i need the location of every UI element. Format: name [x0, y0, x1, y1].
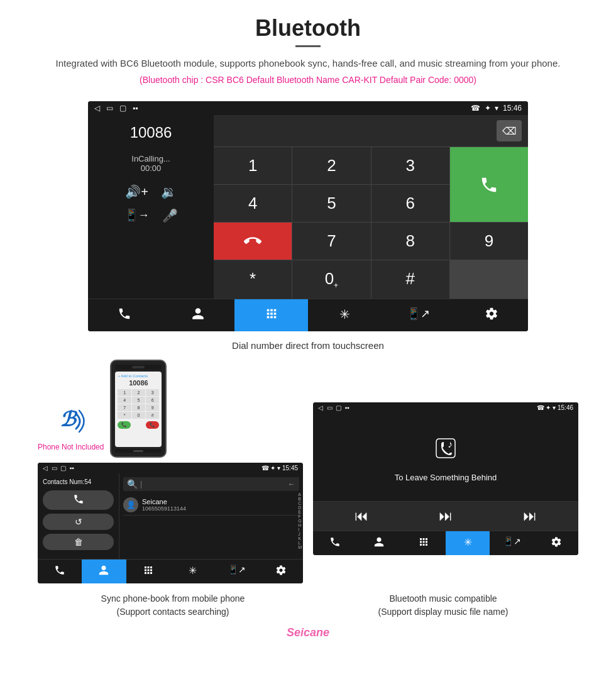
- seicane-watermark: Seicane: [0, 626, 616, 639]
- back-arrow-icon: ←: [288, 480, 295, 488]
- skip-btn[interactable]: ⏭: [523, 508, 537, 524]
- music-caption: Bluetooth music compatible(Support displ…: [308, 588, 578, 622]
- page-description: Integrated with BC6 Bluetooth module, su…: [38, 56, 578, 71]
- bottom-call-transfer[interactable]: [88, 299, 162, 331]
- key-1[interactable]: 1: [214, 147, 292, 184]
- bluetooth-icon-section: ℬ Phone Not Included: [38, 402, 104, 458]
- bottom-phone-transfer[interactable]: 📱↗: [382, 299, 455, 331]
- svg-text:♪: ♪: [448, 439, 453, 450]
- bottom-bluetooth[interactable]: ✳: [308, 299, 382, 331]
- captions-row: Sync phone-book from mobile phone(Suppor…: [38, 588, 578, 622]
- key-hash[interactable]: #: [371, 260, 449, 299]
- ms-btn-contacts[interactable]: [357, 531, 401, 555]
- vol-down-btn[interactable]: 🔉: [161, 184, 177, 199]
- pb-btn-contacts[interactable]: [82, 560, 126, 583]
- key-5[interactable]: 5: [292, 185, 370, 222]
- ms-body: ♪ To Leave Something Behind: [313, 413, 578, 501]
- ms-bottom-bar: ✳ 📱↗: [313, 531, 578, 555]
- dial-number: 10086: [130, 124, 172, 141]
- key-3[interactable]: 3: [371, 147, 449, 184]
- alpha-list: AB CD EF GH IJ KL M: [298, 492, 302, 549]
- ms-btn-bluetooth[interactable]: ✳: [446, 531, 490, 555]
- phone-screen: + Add to Contacts 10086 123 456 789 *0# …: [115, 372, 162, 447]
- dial-bottom-bar: ✳ 📱↗: [88, 299, 528, 331]
- key-star[interactable]: *: [214, 260, 292, 299]
- dial-screen: ◁ ▭ ▢ ▪▪ ☎ ✦ ▾ ☎ ✦ ▾ 15:4615:46 10086 In…: [88, 101, 528, 331]
- ms-btn-transfer[interactable]: 📱↗: [490, 531, 534, 555]
- dial-left: 10086 InCalling... 00:00 🔊+ 🔉 📱→ 🎤: [88, 115, 214, 299]
- backspace-btn[interactable]: ⌫: [497, 120, 522, 141]
- bottom-contacts[interactable]: [162, 299, 235, 331]
- pb-delete-btn[interactable]: 🗑: [43, 534, 114, 550]
- ms-statusbar: ◁ ▭ ▢ ▪▪ ☎ ✦ ▾ 15:46: [313, 402, 578, 413]
- ms-btn-call[interactable]: [313, 531, 357, 555]
- keypad-area: ⌫ 1 2 3 4 5 6 7 8: [214, 115, 528, 299]
- bottom-settings[interactable]: [454, 299, 528, 331]
- key-4[interactable]: 4: [214, 185, 292, 222]
- pb-right: 🔍 ← 👤 Seicane 10655059113144 AB CD: [119, 473, 303, 559]
- phone-not-included: Phone Not Included: [38, 443, 104, 451]
- page-header: Bluetooth Integrated with BC6 Bluetooth …: [0, 0, 616, 101]
- pb-body: Contacts Num:54 ↺ 🗑 🔍 ← 👤: [38, 473, 303, 559]
- key-7[interactable]: 7: [292, 223, 370, 260]
- end-call-btn[interactable]: [214, 223, 292, 260]
- pb-btn-call[interactable]: [38, 560, 82, 583]
- pb-refresh-btn[interactable]: ↺: [43, 514, 114, 530]
- key-8[interactable]: 8: [371, 223, 449, 260]
- pb-left: Contacts Num:54 ↺ 🗑: [38, 473, 119, 559]
- status-right: ☎ ✦ ▾ ☎ ✦ ▾ 15:4615:46: [471, 104, 522, 113]
- pb-btn-bluetooth[interactable]: ✳: [170, 560, 214, 583]
- vol-row: 🔊+ 🔉: [125, 184, 177, 199]
- pb-statusbar: ◁ ▭ ▢ ▪▪ ☎ ✦ ▾ 15:45: [38, 463, 303, 473]
- ms-status-left: ◁ ▭ ▢ ▪▪: [318, 404, 349, 411]
- pb-status-right: ☎ ✦ ▾ 15:45: [261, 465, 298, 472]
- contact-info: Seicane 10655059113144: [142, 498, 186, 512]
- contact-number: 10655059113144: [142, 505, 186, 512]
- pb-btn-transfer[interactable]: 📱↗: [214, 560, 258, 583]
- key-9[interactable]: 9: [450, 223, 528, 260]
- vol-up-btn[interactable]: 🔊+: [125, 184, 148, 199]
- pb-call-btn[interactable]: [43, 490, 114, 510]
- prev-track-btn[interactable]: ⏮: [355, 508, 368, 524]
- dial-statusbar: ◁ ▭ ▢ ▪▪ ☎ ✦ ▾ ☎ ✦ ▾ 15:4615:46: [88, 101, 528, 115]
- phone-mockup: + Add to Contacts 10086 123 456 789 *0# …: [110, 360, 167, 458]
- display-row: ⌫: [214, 115, 528, 147]
- left-section: ℬ Phone Not Included + Add to Contacts 1…: [38, 360, 303, 583]
- svg-text:ℬ: ℬ: [60, 408, 78, 431]
- pb-search-row: 🔍 ←: [123, 477, 299, 491]
- call-btn[interactable]: [450, 147, 528, 222]
- bt-signal-icon: ℬ: [52, 402, 90, 440]
- ms-btn-settings[interactable]: [534, 531, 578, 555]
- pb-btn-keypad[interactable]: [126, 560, 170, 583]
- phonebook-caption: Sync phone-book from mobile phone(Suppor…: [38, 588, 308, 622]
- contact-avatar: 👤: [123, 497, 138, 512]
- music-phone-icon: ♪: [430, 433, 461, 464]
- mic-btn[interactable]: 🎤: [162, 208, 178, 223]
- transfer-btn[interactable]: 📱→: [124, 208, 150, 223]
- song-title: To Leave Something Behind: [395, 473, 497, 482]
- right-section: ◁ ▭ ▢ ▪▪ ☎ ✦ ▾ 15:46 ♪ To Leave Somethin…: [313, 360, 578, 583]
- ms-status-right: ☎ ✦ ▾ 15:46: [537, 404, 573, 411]
- music-screen: ◁ ▭ ▢ ▪▪ ☎ ✦ ▾ 15:46 ♪ To Leave Somethin…: [313, 402, 578, 555]
- contact-item[interactable]: 👤 Seicane 10655059113144: [123, 495, 299, 516]
- pb-status-left: ◁ ▭ ▢ ▪▪: [43, 465, 74, 472]
- ms-controls-bar: ⏮ ⏭ ⏭: [313, 501, 578, 531]
- pb-search-input[interactable]: [140, 480, 288, 488]
- bottom-keypad[interactable]: [234, 299, 308, 331]
- dial-timer: 00:00: [141, 163, 162, 173]
- ms-btn-keypad[interactable]: [402, 531, 446, 555]
- search-icon: 🔍: [127, 479, 138, 489]
- bluetooth-specs: (Bluetooth chip : CSR BC6 Default Blueto…: [38, 75, 578, 85]
- status-left: ◁ ▭ ▢ ▪▪: [94, 104, 138, 113]
- pb-btn-settings[interactable]: [259, 560, 303, 583]
- contact-name: Seicane: [142, 498, 186, 505]
- page-title: Bluetooth: [38, 15, 578, 41]
- key-6[interactable]: 6: [371, 185, 449, 222]
- action-row: 📱→ 🎤: [124, 208, 178, 223]
- next-track-center-btn[interactable]: ⏭: [439, 508, 453, 524]
- contacts-label: Contacts Num:54: [43, 478, 114, 485]
- key-0[interactable]: 0+: [292, 260, 370, 299]
- title-underline: [295, 45, 321, 47]
- pb-bottom-bar: ✳ 📱↗: [38, 559, 303, 583]
- key-2[interactable]: 2: [292, 147, 370, 184]
